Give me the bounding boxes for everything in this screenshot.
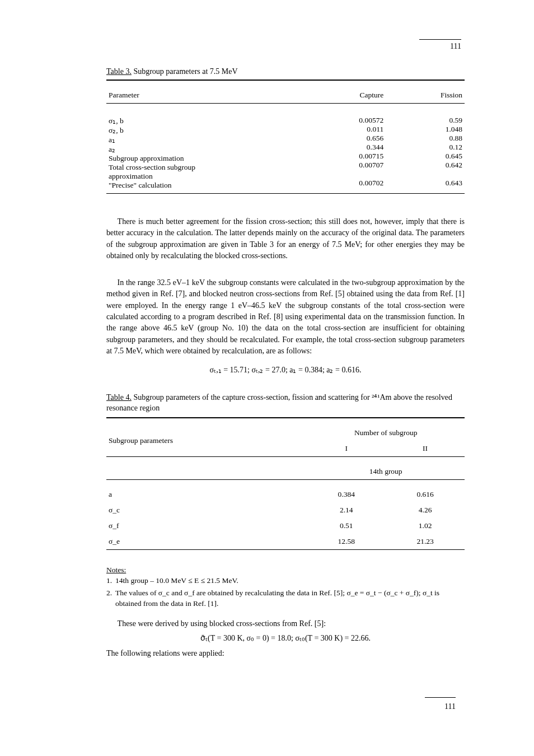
table4-se-1: 12.58	[307, 534, 386, 550]
table3-title-rest: Subgroup parameters at 7.5 MeV	[132, 67, 238, 76]
table3-col-capture: Capture	[307, 87, 386, 104]
table4: Subgroup parameters Number of subgroup I…	[106, 417, 465, 557]
table4-param-sf: σ_f	[106, 518, 307, 534]
closing-paragraphs: These were derived by using blocked cros…	[106, 618, 465, 659]
table4-a-2: 0.616	[386, 487, 465, 502]
table3-header-row: Parameter Capture Fission	[106, 87, 465, 104]
table4-param-sc: σ_c	[106, 502, 307, 518]
table4-notes: Notes: 1. 14th group – 10.0 MeV ≤ E ≤ 21…	[106, 564, 465, 609]
table-row: σ_e 12.58 21.23	[106, 534, 465, 550]
table3-fission-cell: 0.59 1.048 0.88 0.12 0.645 0.642 0.643	[386, 110, 465, 194]
table3-col-parameter: Parameter	[106, 87, 307, 104]
table4-col-parameters: Subgroup parameters	[106, 425, 307, 457]
closing-line-1: These were derived by using blocked cros…	[106, 618, 465, 629]
note-1-text: 14th group – 10.0 MeV ≤ E ≤ 21.5 MeV.	[115, 575, 238, 586]
table4-param-a: a	[106, 487, 307, 502]
paragraph-2: In the range 32.5 eV–1 keV the subgroup …	[106, 277, 465, 357]
table4-subgroup-1: I	[307, 441, 386, 457]
table4-se-2: 21.23	[386, 534, 465, 550]
table4-param-se: σ_e	[106, 534, 307, 550]
note-2: 2. The values of σ_c and σ_f are obtaine…	[106, 587, 465, 609]
table4-title-rest: Subgroup parameters of the capture cross…	[106, 393, 452, 413]
table4-sc-1: 2.14	[307, 502, 386, 518]
table4-sf-1: 0.51	[307, 518, 386, 534]
table4-title: Table 4. Subgroup parameters of the capt…	[106, 392, 465, 414]
table4-col-subgroup: Number of subgroup	[307, 425, 465, 441]
table4-sf-2: 1.02	[386, 518, 465, 534]
footer-rule	[425, 697, 456, 698]
table4-subgroup-2: II	[386, 441, 465, 457]
closing-line-3: The following relations were applied:	[106, 648, 465, 659]
table-row: σ_f 0.51 1.02	[106, 518, 465, 534]
closing-line-2: σ̄ₜ(T = 300 K, σ₀ = 0) = 18.0; σₜ₀(T = 3…	[106, 633, 465, 644]
paragraph-1: There is much better agreement for the f…	[106, 216, 465, 262]
note-2-label: 2.	[106, 587, 115, 609]
table3-capture-cell: 0.00572 0.011 0.656 0.344 0.00715 0.0070…	[307, 110, 386, 194]
table4-title-prefix: Table 4.	[106, 393, 132, 402]
page-number-bottom: 111	[444, 702, 456, 711]
table-row: a 0.384 0.616	[106, 487, 465, 502]
table3-title-prefix: Table 3.	[106, 67, 132, 76]
table4-header-row-1: Subgroup parameters Number of subgroup	[106, 425, 465, 441]
table3-title: Table 3. Subgroup parameters at 7.5 MeV	[106, 67, 465, 76]
note-1-label: 1.	[106, 575, 115, 586]
table4-sc-2: 4.26	[386, 502, 465, 518]
table-row: σ₁, b σ₂, b a₁ a₂ Subgroup approximation…	[106, 110, 465, 194]
page-number-top: 111	[419, 39, 461, 51]
inline-params: σₜ,₁ = 15.71; σₜ,₂ = 27.0; a₁ = 0.384; a…	[106, 365, 465, 376]
table-row: σ_c 2.14 4.26	[106, 502, 465, 518]
table3-parameter-cell: σ₁, b σ₂, b a₁ a₂ Subgroup approximation…	[106, 110, 307, 194]
table4-group-row: 14th group	[106, 464, 465, 480]
note-1: 1. 14th group – 10.0 MeV ≤ E ≤ 21.5 MeV.	[106, 575, 465, 586]
table4-group-label: 14th group	[307, 464, 465, 480]
table4-a-1: 0.384	[307, 487, 386, 502]
table3: Parameter Capture Fission σ₁, b σ₂, b a₁…	[106, 80, 465, 200]
notes-label: Notes:	[106, 566, 126, 574]
note-2-text: The values of σ_c and σ_f are obtained b…	[115, 587, 465, 609]
table3-col-fission: Fission	[386, 87, 465, 104]
